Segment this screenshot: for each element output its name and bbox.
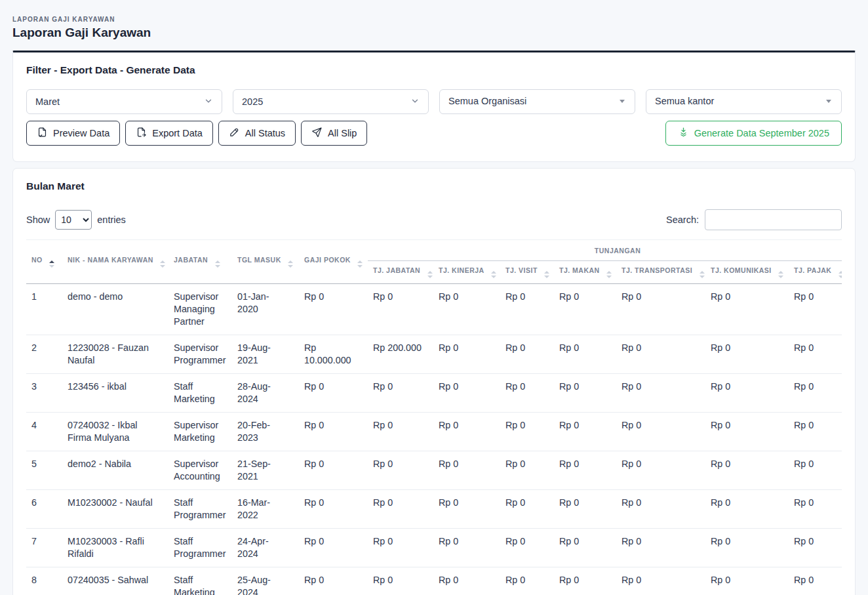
table-row: 6M10230002 - NaufalStaff Programmer16-Ma…: [26, 489, 842, 528]
all-status-button[interactable]: All Status: [218, 121, 296, 146]
column-header-gaji-pokok[interactable]: GAJI POKOK: [299, 240, 368, 284]
filter-select-row: Maret 2025 Semua Organisasi Semua kantor: [26, 89, 842, 114]
table-cell: M10230002 - Naufal: [62, 489, 168, 528]
table-cell: Rp 0: [433, 412, 500, 451]
table-row: 1demo - demoSupervisor Managing Partner0…: [26, 283, 842, 335]
table-cell: demo - demo: [62, 283, 168, 335]
table-cell: Rp 10.000.000: [299, 335, 368, 373]
month-select[interactable]: Maret: [26, 89, 222, 114]
column-header-tj-komunikasi[interactable]: TJ. KOMUNIKASI: [705, 261, 789, 284]
table-cell: Rp 0: [299, 451, 368, 489]
year-select-value: 2025: [242, 96, 263, 107]
table-cell: demo2 - Nabila: [62, 451, 168, 489]
table-cell: Rp 0: [368, 567, 433, 595]
sort-icon: [427, 271, 433, 278]
sort-icon: [544, 271, 549, 278]
table-cell: 5: [26, 451, 62, 489]
group-header-tunjangan: TUNJANGAN: [368, 240, 842, 261]
entries-label: entries: [97, 215, 126, 225]
table-cell: Rp 0: [554, 335, 616, 373]
year-select[interactable]: 2025: [233, 89, 429, 114]
page-header: LAPORAN GAJI KARYAWAN Laporan Gaji Karya…: [0, 0, 868, 51]
sort-icon: [160, 260, 165, 268]
column-header-no[interactable]: NO: [26, 240, 62, 284]
table-cell: Rp 0: [299, 567, 368, 595]
all-slip-button[interactable]: All Slip: [301, 121, 367, 146]
table-cell: Rp 0: [554, 373, 616, 412]
column-header-tj-jabatan[interactable]: TJ. JABATAN: [368, 261, 433, 284]
export-data-label: Export Data: [152, 128, 203, 138]
generate-data-label: Generate Data September 2025: [694, 128, 829, 138]
download-icon: [678, 127, 689, 140]
office-select[interactable]: Semua kantor: [646, 89, 842, 114]
table-cell: Staff Programmer: [168, 528, 232, 567]
organization-select[interactable]: Semua Organisasi: [439, 89, 635, 114]
organization-select-value: Semua Organisasi: [448, 96, 526, 106]
column-header-tj-kinerja[interactable]: TJ. KINERJA: [433, 261, 500, 284]
table-cell: Rp 0: [789, 489, 842, 528]
table-cell: 07240032 - Ikbal Firma Mulyana: [62, 412, 168, 451]
search-input[interactable]: [705, 209, 842, 230]
column-header-nik-nama[interactable]: NIK - NAMA KARYAWAN: [62, 240, 168, 284]
table-cell: 12230028 - Fauzan Naufal: [62, 335, 168, 373]
table-cell: Rp 0: [500, 412, 554, 451]
filter-card: Filter - Export Data - Generate Data Mar…: [12, 51, 856, 162]
table-wrapper: NO NIK - NAMA KARYAWAN JABATAN TGL MASUK: [26, 239, 842, 595]
table-cell: Staff Marketing: [168, 373, 232, 412]
table-cell: 16-Mar-2022: [232, 489, 299, 528]
pen-icon: [229, 127, 240, 140]
table-cell: Rp 0: [433, 451, 500, 489]
column-header-jabatan[interactable]: JABATAN: [168, 240, 232, 284]
table-cell: Rp 0: [433, 373, 500, 412]
table-row: 807240035 - SahwalStaff Marketing25-Aug-…: [26, 567, 842, 595]
table-cell: M10230003 - Rafli Rifaldi: [62, 528, 168, 567]
table-cell: Rp 0: [554, 567, 616, 595]
sort-icon: [491, 271, 496, 278]
export-data-button[interactable]: Export Data: [125, 121, 213, 146]
table-cell: Supervisor Managing Partner: [168, 283, 232, 335]
table-row: 5demo2 - NabilaSupervisor Accounting21-S…: [26, 451, 842, 489]
table-cell: Rp 0: [554, 528, 616, 567]
report-card: Bulan Maret Show 10 entries Search: NO: [12, 168, 856, 595]
table-cell: 20-Feb-2023: [232, 412, 299, 451]
table-controls: Show 10 entries Search:: [26, 209, 842, 230]
table-cell: Supervisor Accounting: [168, 451, 232, 489]
table-row: 7M10230003 - Rafli RifaldiStaff Programm…: [26, 528, 842, 567]
filter-button-row: Preview Data Export Data All Status All …: [26, 121, 842, 146]
table-cell: Rp 0: [299, 528, 368, 567]
caret-down-icon: [826, 100, 831, 103]
column-header-tj-makan[interactable]: TJ. MAKAN: [554, 261, 616, 284]
table-cell: Rp 0: [705, 335, 789, 373]
caret-down-icon: [620, 100, 625, 103]
table-cell: Rp 0: [554, 412, 616, 451]
table-cell: 3: [26, 373, 62, 412]
table-cell: Rp 0: [705, 528, 789, 567]
entries-select[interactable]: 10: [55, 210, 92, 230]
preview-data-button[interactable]: Preview Data: [26, 121, 120, 146]
table-cell: Rp 0: [616, 412, 705, 451]
sort-icon: [838, 271, 842, 278]
table-row: 3123456 - ikbalStaff Marketing28-Aug-202…: [26, 373, 842, 412]
column-header-tj-visit[interactable]: TJ. VISIT: [500, 261, 554, 284]
table-cell: 1: [26, 283, 62, 335]
table-cell: Rp 0: [789, 528, 842, 567]
table-cell: 8: [26, 567, 62, 595]
table-cell: 123456 - ikbal: [62, 373, 168, 412]
table-cell: Rp 0: [299, 283, 368, 335]
table-cell: Rp 0: [299, 373, 368, 412]
column-header-tgl-masuk[interactable]: TGL MASUK: [232, 240, 299, 284]
office-select-value: Semua kantor: [655, 96, 714, 106]
column-header-tj-pajak[interactable]: TJ. PAJAK: [789, 261, 842, 284]
table-cell: Rp 0: [500, 373, 554, 412]
table-cell: Rp 0: [554, 489, 616, 528]
table-cell: Rp 0: [789, 451, 842, 489]
table-cell: Rp 0: [299, 412, 368, 451]
generate-data-button[interactable]: Generate Data September 2025: [665, 121, 842, 146]
table-cell: Supervisor Programmer: [168, 335, 232, 373]
send-icon: [311, 127, 323, 140]
table-cell: Rp 0: [368, 412, 433, 451]
sort-icon: [700, 271, 705, 278]
table-cell: Rp 0: [368, 489, 433, 528]
column-header-tj-transportasi[interactable]: TJ. TRANSPORTASI: [616, 261, 705, 284]
sort-icon: [357, 260, 363, 268]
